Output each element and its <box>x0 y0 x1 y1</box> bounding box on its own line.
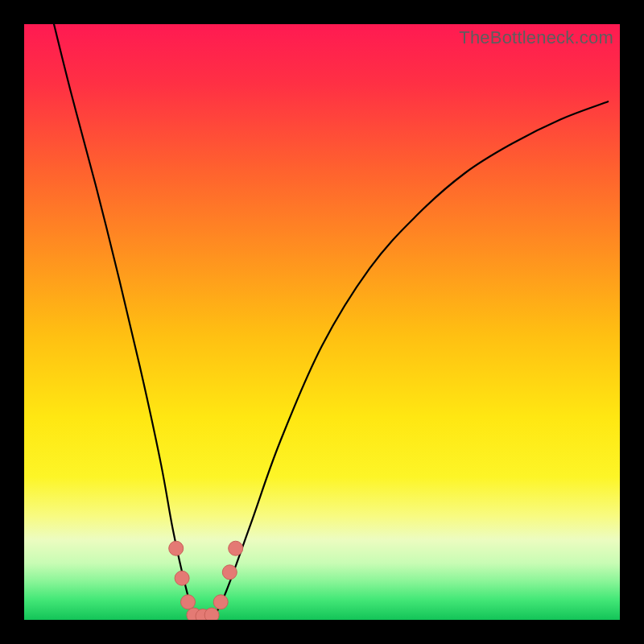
marker-group <box>169 541 243 620</box>
curve-marker <box>181 595 196 609</box>
curve-marker <box>229 541 243 555</box>
bottleneck-curve <box>54 24 608 617</box>
curve-marker <box>204 608 219 620</box>
watermark-text: TheBottleneck.com <box>459 27 613 48</box>
curve-marker <box>175 571 189 585</box>
outer-frame: TheBottleneck.com <box>0 0 644 644</box>
curve-marker <box>213 595 228 609</box>
curve-marker <box>169 541 184 555</box>
plot-area: TheBottleneck.com <box>24 24 620 620</box>
chart-svg <box>24 24 620 620</box>
curve-marker <box>222 565 237 580</box>
